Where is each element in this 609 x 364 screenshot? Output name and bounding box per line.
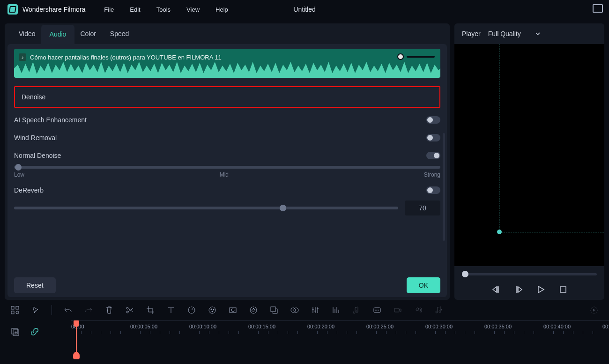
record-icon[interactable]	[393, 305, 402, 315]
svg-point-8	[209, 307, 215, 313]
tab-color[interactable]: Color	[80, 30, 96, 44]
preview-viewport[interactable]	[454, 44, 604, 266]
tab-speed[interactable]: Speed	[110, 30, 129, 44]
detach-icon[interactable]	[269, 305, 279, 315]
svg-point-9	[211, 309, 212, 310]
prev-frame-icon[interactable]	[491, 285, 500, 294]
tab-video[interactable]: Video	[19, 30, 36, 44]
clip-volume-slider[interactable]	[397, 53, 435, 60]
slider-low-label: Low	[14, 171, 24, 178]
playhead[interactable]	[76, 320, 77, 359]
ruler-tick: 00:00:30:00	[425, 324, 453, 329]
dereverb-value[interactable]: 70	[405, 201, 440, 215]
app-logo-icon	[7, 4, 18, 15]
svg-point-16	[291, 308, 296, 312]
layout-icon[interactable]	[10, 305, 20, 315]
dereverb-slider[interactable]	[14, 207, 398, 209]
ruler-tick: 00:00:40:00	[543, 324, 571, 329]
timeline-toolbar	[0, 300, 609, 320]
render-icon[interactable]	[589, 305, 599, 315]
tab-audio[interactable]: Audio	[41, 25, 75, 45]
svg-point-4	[16, 311, 19, 314]
svg-point-14	[250, 307, 257, 313]
audio-clip-strip[interactable]: ♪ Cómo hacer pantallas finales (outros) …	[14, 49, 440, 78]
ruler-tick: 00:00:25:00	[366, 324, 394, 329]
delete-icon[interactable]	[104, 305, 114, 315]
clip-title: Cómo hacer pantallas finales (outros) pa…	[30, 54, 222, 61]
ruler-tick: 00:00:15:00	[248, 324, 275, 329]
mask-icon[interactable]	[228, 305, 238, 315]
ruler-tick: 00:00	[602, 324, 609, 329]
normal-denoise-label: Normal Denoise	[14, 152, 61, 159]
color-icon[interactable]	[208, 305, 217, 315]
denoise-section-header[interactable]: Denoise	[14, 86, 440, 108]
volume-knob-icon[interactable]	[397, 53, 404, 60]
crop-icon[interactable]	[146, 305, 155, 315]
text-icon[interactable]	[166, 305, 176, 315]
chevron-down-icon	[535, 31, 541, 37]
ok-button[interactable]: OK	[407, 277, 440, 293]
svg-point-6	[126, 311, 128, 313]
title-bar: Wondershare Filmora File Edit Tools View…	[0, 0, 609, 19]
redo-icon[interactable]	[84, 305, 93, 315]
menu-edit[interactable]: Edit	[130, 6, 140, 13]
detach-window-icon[interactable]	[593, 5, 602, 11]
step-back-icon[interactable]	[513, 285, 523, 294]
voiceover-icon[interactable]	[414, 305, 423, 315]
ruler-tick: 00:00:10:00	[189, 324, 216, 329]
svg-rect-22	[12, 328, 17, 334]
player-label: Player	[462, 30, 481, 37]
quality-dropdown[interactable]: Full Quality	[488, 30, 541, 37]
svg-point-17	[294, 308, 298, 312]
speed-icon[interactable]	[187, 305, 196, 315]
play-icon[interactable]	[536, 285, 545, 294]
svg-point-13	[231, 309, 234, 312]
slider-mid-label: Mid	[220, 171, 229, 178]
music-note-icon: ♪	[19, 53, 26, 61]
svg-point-20	[416, 308, 419, 311]
svg-rect-0	[560, 287, 566, 292]
caption-icon[interactable]	[372, 305, 382, 315]
wind-removal-label: Wind Removal	[14, 134, 57, 141]
properties-panel: Video Audio Color Speed ♪ Cómo hacer pan…	[5, 23, 450, 300]
player-panel: Player Full Quality	[454, 23, 604, 300]
chroma-icon[interactable]	[290, 305, 299, 315]
waveform-icon	[14, 59, 440, 78]
audio-detach-icon[interactable]	[352, 305, 361, 315]
adjust-icon[interactable]	[311, 305, 320, 315]
app-name: Wondershare Filmora	[22, 6, 85, 13]
svg-rect-19	[394, 308, 399, 312]
ruler-tick: 00:00:05:00	[130, 324, 157, 329]
timeline: 00:0000:00:05:0000:00:10:0000:00:15:0000…	[0, 320, 609, 359]
reset-button[interactable]: Reset	[14, 277, 56, 293]
cursor-icon[interactable]	[31, 305, 40, 315]
svg-rect-3	[11, 311, 14, 314]
normal-denoise-toggle[interactable]	[426, 152, 440, 159]
keyframe-icon[interactable]	[249, 305, 258, 315]
dereverb-label: DeReverb	[14, 186, 44, 194]
stop-icon[interactable]	[558, 285, 568, 294]
panel-scrollbar[interactable]	[443, 133, 445, 241]
ruler-tick: 00:00:35:00	[484, 324, 512, 329]
link-icon[interactable]	[30, 327, 39, 336]
svg-rect-15	[271, 307, 275, 312]
menu-tools[interactable]: Tools	[156, 6, 171, 13]
menu-file[interactable]: File	[104, 6, 114, 13]
add-track-icon[interactable]	[10, 327, 20, 336]
equalizer-icon[interactable]	[331, 305, 341, 315]
denoise-title: Denoise	[22, 93, 433, 101]
timeline-ruler-area[interactable]: 00:0000:00:05:0000:00:10:0000:00:15:0000…	[71, 320, 609, 359]
wind-removal-toggle[interactable]	[426, 134, 440, 141]
menu-view[interactable]: View	[186, 6, 200, 13]
svg-point-5	[126, 307, 128, 309]
playback-scrubber[interactable]	[462, 271, 597, 277]
slider-strong-label: Strong	[424, 171, 440, 178]
undo-icon[interactable]	[63, 305, 73, 315]
normal-denoise-slider[interactable]	[14, 166, 440, 169]
beat-icon[interactable]	[434, 305, 444, 315]
svg-rect-2	[16, 306, 19, 309]
ai-speech-label: AI Speech Enhancement	[14, 116, 87, 124]
dereverb-toggle[interactable]	[426, 186, 440, 194]
ai-speech-toggle[interactable]	[426, 116, 440, 124]
split-icon[interactable]	[125, 305, 134, 315]
